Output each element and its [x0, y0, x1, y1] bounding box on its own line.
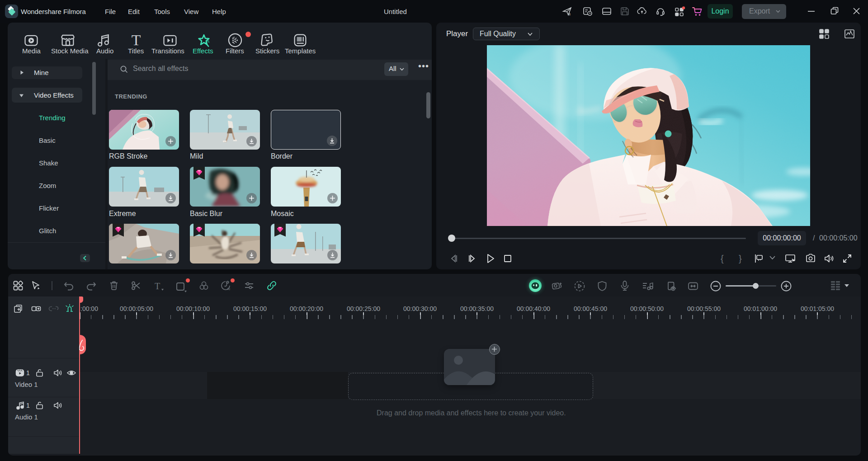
- svg-text:8: 8: [569, 13, 571, 16]
- svg-text:T: T: [155, 281, 160, 291]
- svg-text:T: T: [132, 32, 141, 48]
- svg-text:AI: AI: [227, 287, 230, 291]
